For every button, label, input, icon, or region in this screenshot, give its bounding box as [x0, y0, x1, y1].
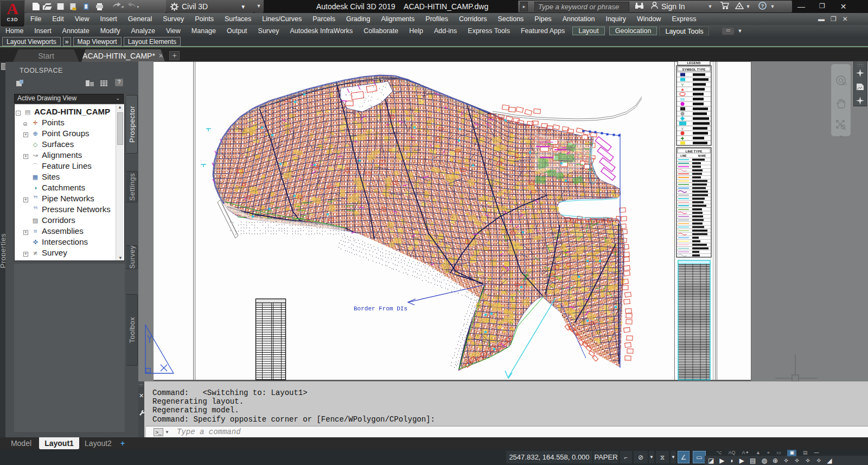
svg-text:LINE TYPE: LINE TYPE — [685, 150, 702, 153]
svg-text:SS: SS — [680, 98, 685, 101]
svg-text:NAME: NAME — [698, 154, 706, 157]
svg-text:▾: ▾ — [122, 5, 124, 9]
svg-text:★: ★ — [680, 87, 684, 92]
svg-text:Y: Y — [681, 82, 684, 87]
svg-text:Y: Y — [681, 126, 684, 131]
svg-text:▾: ▾ — [137, 5, 139, 9]
svg-text:LINE: LINE — [680, 154, 687, 157]
svg-text:Border From DIs: Border From DIs — [354, 305, 407, 312]
svg-text:SYMBOL TYPE: SYMBOL TYPE — [682, 68, 706, 71]
svg-text:✚: ✚ — [681, 136, 685, 141]
svg-text:LEGEND: LEGEND — [687, 61, 701, 65]
svg-text:2D: 2D — [843, 82, 847, 86]
svg-text:?: ? — [761, 3, 764, 9]
